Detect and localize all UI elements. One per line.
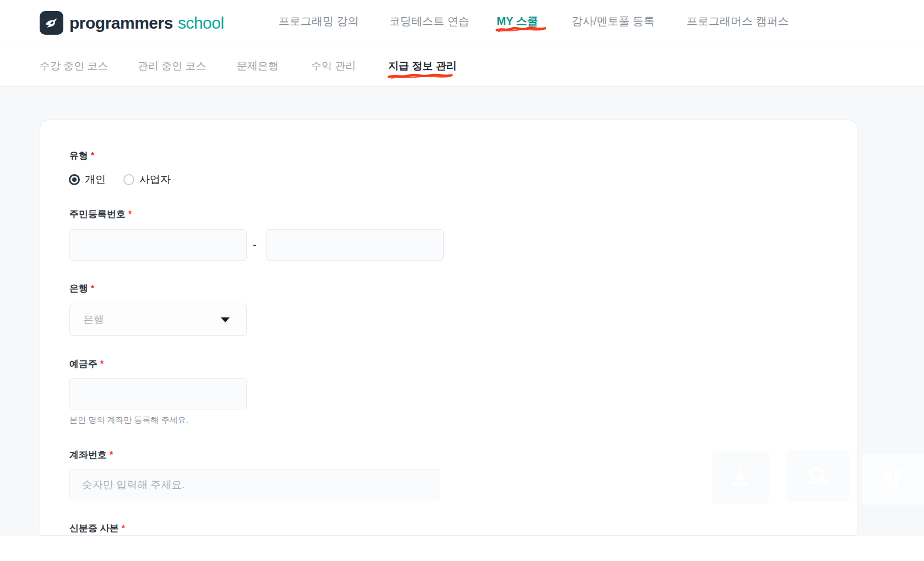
account-holder-helper-text: 본인 명의 계좌만 등록해 주세요. [69, 414, 188, 425]
nav-item-my-school[interactable]: MY 스쿨 [497, 13, 538, 29]
nav-item-coding-test[interactable]: 코딩테스트 연습 [389, 13, 470, 29]
nav-item-campus[interactable]: 프로그래머스 캠퍼스 [687, 13, 789, 29]
ghost-thumbnail-blocks [862, 454, 924, 505]
blocks-icon [879, 465, 907, 494]
field-label-account-holder: 예금주* [69, 359, 104, 370]
field-label-id-copy: 신분증 사본* [69, 523, 125, 534]
bird-logo-icon [44, 15, 59, 30]
subnav-item-payment-info[interactable]: 지급 정보 관리 [388, 59, 457, 73]
top-header: programmers school 프로그래밍 강의 코딩테스트 연습 MY … [0, 0, 924, 46]
camera-icon [805, 463, 831, 489]
logo-text-suffix: school [178, 14, 224, 33]
bottom-white-band [0, 536, 924, 561]
radio-label-individual: 개인 [85, 172, 106, 187]
radio-selected-icon[interactable] [69, 174, 80, 185]
required-asterisk: * [122, 524, 125, 533]
account-holder-input[interactable] [69, 378, 247, 409]
logo[interactable]: programmers school [40, 11, 224, 35]
bank-select-placeholder: 은행 [83, 312, 221, 327]
ghost-thumbnail-download [712, 451, 769, 504]
subnav-item-enrolled-courses[interactable]: 수강 중인 코스 [40, 59, 108, 73]
account-number-input[interactable] [69, 469, 439, 500]
subnav-item-question-bank[interactable]: 문제은행 [237, 59, 279, 73]
logo-badge [40, 11, 63, 35]
field-label-bank: 은행* [69, 283, 94, 294]
download-icon [729, 466, 753, 490]
red-scribble-underline-payment-info [387, 72, 453, 80]
required-asterisk: * [91, 284, 94, 293]
required-asterisk: * [128, 209, 132, 219]
nav-item-programming-courses[interactable]: 프로그래밍 강의 [279, 13, 359, 29]
required-asterisk: * [110, 450, 113, 460]
school-sub-nav: 수강 중인 코스 관리 중인 코스 문제은행 수익 관리 지급 정보 관리 [0, 46, 924, 87]
ghost-thumbnail-camera [786, 450, 849, 502]
bank-select[interactable]: 은행 [69, 304, 247, 336]
resident-number-back-input[interactable] [266, 229, 444, 261]
radio-unselected-icon[interactable] [123, 174, 134, 185]
logo-text-brand: programmers [69, 14, 173, 33]
field-label-type: 유형* [69, 150, 94, 161]
subnav-item-managed-courses[interactable]: 관리 중인 코스 [138, 59, 206, 73]
required-asterisk: * [91, 151, 94, 160]
type-radio-group: 개인 사업자 [69, 172, 171, 187]
payment-info-form-card: 유형* 개인 사업자 주민등록번호* - 은행* 은행 예금주* 본인 명의 계… [40, 120, 857, 536]
radio-option-business[interactable]: 사업자 [123, 172, 171, 187]
nav-item-instructor-register[interactable]: 강사/멘토풀 등록 [572, 13, 655, 29]
radio-label-business: 사업자 [139, 172, 171, 187]
subnav-item-revenue[interactable]: 수익 관리 [311, 59, 356, 73]
required-asterisk: * [100, 359, 104, 369]
field-label-account-number: 계좌번호* [69, 450, 113, 461]
field-label-resident-number: 주민등록번호* [69, 209, 132, 220]
resident-number-separator: - [253, 238, 257, 251]
resident-number-front-input[interactable] [69, 229, 247, 261]
radio-option-individual[interactable]: 개인 [69, 172, 106, 187]
chevron-down-icon [221, 317, 230, 322]
